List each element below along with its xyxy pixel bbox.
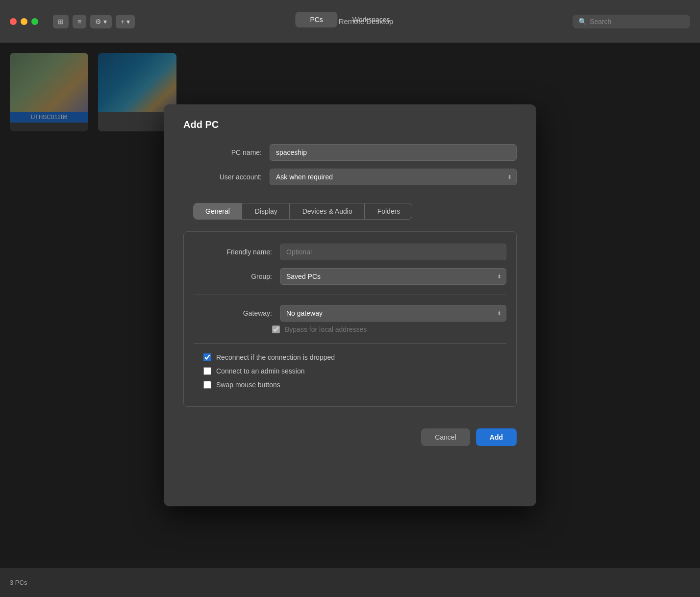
add-button[interactable]: + ▾ [116, 15, 135, 28]
status-text: 3 PCs [10, 579, 27, 586]
search-box: 🔍 [573, 15, 690, 28]
nav-tabs: PCs Workspaces [295, 12, 404, 27]
swap-mouse-row: Swap mouse buttons [194, 381, 506, 389]
close-button[interactable] [10, 18, 17, 25]
status-bar: 3 PCs [0, 568, 700, 597]
tab-folders[interactable]: Folders [366, 203, 412, 219]
settings-chevron-icon: ▾ [103, 18, 107, 25]
user-account-select-wrapper: Ask when required Add User Account... ⬍ [270, 169, 517, 185]
gateway-select-wrapper: No gateway ⬍ [280, 305, 506, 322]
gateway-select[interactable]: No gateway [280, 305, 506, 322]
pc-name-input[interactable] [270, 144, 517, 161]
modal-overlay: Add PC PC name: User account: Ask when r… [0, 43, 700, 568]
admin-session-checkbox[interactable] [203, 367, 211, 375]
user-account-label: User account: [183, 173, 262, 181]
minimize-button[interactable] [21, 18, 27, 25]
group-label: Group: [194, 273, 272, 280]
tab-devices-audio[interactable]: Devices & Audio [291, 203, 365, 219]
list-icon: ≡ [77, 18, 81, 25]
group-select-wrapper: Saved PCs ⬍ [280, 268, 506, 285]
tab-workspaces[interactable]: Workspaces [338, 12, 405, 27]
user-account-select[interactable]: Ask when required Add User Account... [270, 169, 517, 185]
search-input[interactable] [590, 18, 684, 25]
divider-2 [194, 343, 506, 344]
add-pc-modal: Add PC PC name: User account: Ask when r… [164, 104, 536, 506]
search-icon: 🔍 [578, 18, 587, 25]
gateway-label: Gateway: [194, 309, 272, 317]
plus-icon: + [121, 18, 125, 25]
modal-footer: Cancel Add [183, 419, 517, 446]
pc-name-row: PC name: [183, 144, 517, 161]
user-account-row: User account: Ask when required Add User… [183, 169, 517, 185]
toolbar-left: ⊞ ≡ ⚙ ▾ + ▾ [53, 15, 135, 28]
grid-view-button[interactable]: ⊞ [53, 15, 69, 28]
divider-1 [194, 295, 506, 295]
add-button[interactable]: Add [476, 428, 517, 446]
settings-button[interactable]: ⚙ ▾ [90, 15, 112, 28]
group-row: Group: Saved PCs ⬍ [194, 268, 506, 285]
friendly-name-label: Friendly name: [194, 248, 272, 256]
bypass-label: Bypass for local addresses [285, 325, 367, 333]
traffic-lights [10, 18, 38, 25]
reconnect-label: Reconnect if the connection is dropped [216, 353, 335, 361]
list-view-button[interactable]: ≡ [73, 15, 86, 28]
gear-icon: ⚙ [95, 18, 101, 25]
tab-panel-general: Friendly name: Group: Saved PCs ⬍ [183, 231, 517, 407]
friendly-name-row: Friendly name: [194, 244, 506, 260]
titlebar: ⊞ ≡ ⚙ ▾ + ▾ Microsoft Remote Desktop PCs… [0, 0, 700, 43]
tab-general[interactable]: General [194, 203, 242, 219]
tab-pcs[interactable]: PCs [295, 12, 337, 27]
admin-session-label: Connect to an admin session [216, 367, 305, 375]
modal-tabs: General Display Devices & Audio Folders [193, 203, 412, 220]
reconnect-row: Reconnect if the connection is dropped [194, 353, 506, 361]
cancel-button[interactable]: Cancel [421, 428, 470, 446]
friendly-name-input[interactable] [280, 244, 506, 260]
reconnect-checkbox[interactable] [203, 353, 211, 361]
tab-display[interactable]: Display [243, 203, 290, 219]
add-chevron-icon: ▾ [126, 18, 130, 25]
bypass-row: Bypass for local addresses [194, 325, 506, 333]
gateway-row: Gateway: No gateway ⬍ [194, 305, 506, 322]
admin-session-row: Connect to an admin session [194, 367, 506, 375]
main-content: UTHSC01286 Add PC PC name: User account:… [0, 43, 700, 568]
pc-name-label: PC name: [183, 149, 262, 156]
swap-mouse-checkbox[interactable] [203, 381, 211, 389]
grid-icon: ⊞ [58, 18, 64, 25]
modal-title: Add PC [183, 119, 517, 130]
maximize-button[interactable] [31, 18, 38, 25]
bypass-checkbox[interactable] [272, 325, 280, 333]
swap-mouse-label: Swap mouse buttons [216, 381, 280, 389]
group-select[interactable]: Saved PCs [280, 268, 506, 285]
